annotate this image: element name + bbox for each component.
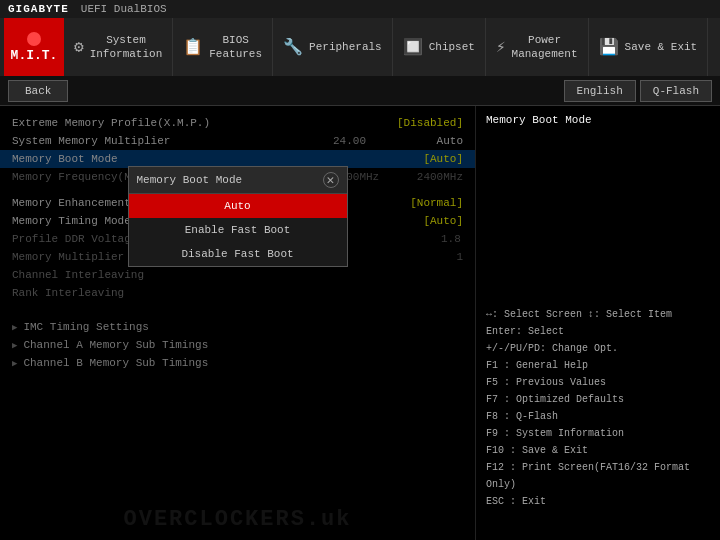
key-hints: ↔: Select Screen ↕: Select Item Enter: S…: [486, 306, 710, 510]
key-hint-f7: F7 : Optimized Defaults: [486, 391, 710, 408]
key-hint-screen: ↔: Select Screen ↕: Select Item: [486, 306, 710, 323]
key-hint-f9: F9 : System Information: [486, 425, 710, 442]
right-panel: Memory Boot Mode ↔: Select Screen ↕: Sel…: [475, 106, 720, 540]
nav-bar: M.I.T. ⚙ SystemInformation 📋 BIOSFeature…: [0, 18, 720, 76]
popup-header: Memory Boot Mode ✕: [129, 167, 347, 194]
bios-icon: 📋: [183, 37, 203, 57]
chipset-icon: 🔲: [403, 37, 423, 57]
nav-chipset-label: Chipset: [429, 40, 475, 54]
nav-bios-label: BIOSFeatures: [209, 33, 262, 62]
sub-header: Back English Q-Flash: [0, 76, 720, 106]
nav-chipset[interactable]: 🔲 Chipset: [393, 18, 486, 76]
popup-title: Memory Boot Mode: [137, 174, 243, 186]
save-icon: 💾: [599, 37, 619, 57]
popup-modal: Memory Boot Mode ✕ Auto Enable Fast Boot…: [128, 166, 348, 267]
brand-logo: GIGABYTE: [8, 3, 69, 15]
mit-tab[interactable]: M.I.T.: [4, 18, 64, 76]
mit-label: M.I.T.: [11, 48, 58, 63]
nav-power-label: PowerManagement: [512, 33, 578, 62]
system-info-icon: ⚙: [74, 37, 84, 57]
nav-system-info-label: SystemInformation: [90, 33, 163, 62]
key-hint-f12: F12 : Print Screen(FAT16/32 Format Only): [486, 459, 710, 493]
help-title: Memory Boot Mode: [486, 114, 710, 126]
nav-bios-features[interactable]: 📋 BIOSFeatures: [173, 18, 273, 76]
key-hint-esc: ESC : Exit: [486, 493, 710, 510]
back-button[interactable]: Back: [8, 80, 68, 102]
key-hint-f5: F5 : Previous Values: [486, 374, 710, 391]
top-bar: GIGABYTE UEFI DualBIOS: [0, 0, 720, 18]
nav-peripherals-label: Peripherals: [309, 40, 382, 54]
key-hint-f1: F1 : General Help: [486, 357, 710, 374]
language-button[interactable]: English: [564, 80, 636, 102]
key-hint-f8: F8 : Q-Flash: [486, 408, 710, 425]
main-content: Extreme Memory Profile(X.M.P.) [Disabled…: [0, 106, 720, 540]
left-panel: Extreme Memory Profile(X.M.P.) [Disabled…: [0, 106, 475, 540]
popup-option-enable-fast-boot[interactable]: Enable Fast Boot: [129, 218, 347, 242]
popup-option-disable-fast-boot[interactable]: Disable Fast Boot: [129, 242, 347, 266]
peripherals-icon: 🔧: [283, 37, 303, 57]
mit-circle-icon: [27, 32, 41, 46]
nav-system-information[interactable]: ⚙ SystemInformation: [64, 18, 173, 76]
popup-overlay: Memory Boot Mode ✕ Auto Enable Fast Boot…: [0, 106, 475, 540]
key-hint-enter: Enter: Select: [486, 323, 710, 340]
popup-option-auto[interactable]: Auto: [129, 194, 347, 218]
nav-peripherals[interactable]: 🔧 Peripherals: [273, 18, 393, 76]
power-icon: ⚡: [496, 37, 506, 57]
nav-save-exit[interactable]: 💾 Save & Exit: [589, 18, 709, 76]
key-hint-change: +/-/PU/PD: Change Opt.: [486, 340, 710, 357]
nav-save-label: Save & Exit: [625, 40, 698, 54]
bios-label: UEFI DualBIOS: [81, 3, 167, 15]
key-hint-f10: F10 : Save & Exit: [486, 442, 710, 459]
qflash-button[interactable]: Q-Flash: [640, 80, 712, 102]
nav-power-management[interactable]: ⚡ PowerManagement: [486, 18, 589, 76]
popup-close-button[interactable]: ✕: [323, 172, 339, 188]
sub-right-buttons: English Q-Flash: [564, 80, 712, 102]
